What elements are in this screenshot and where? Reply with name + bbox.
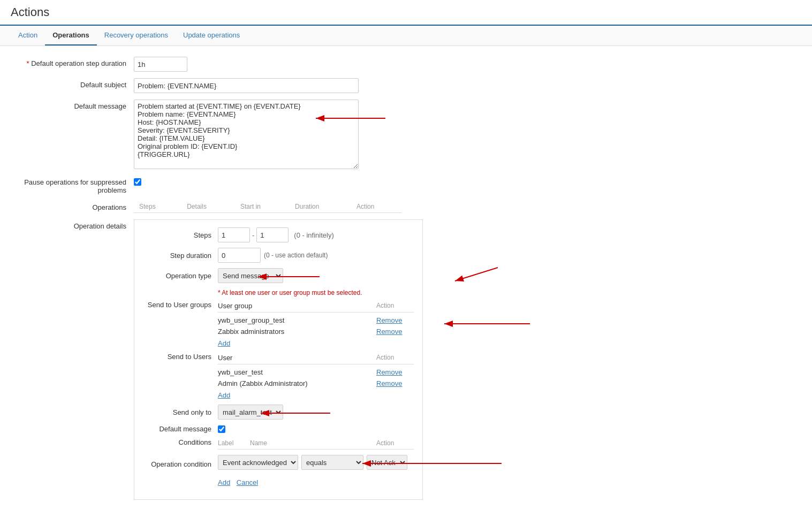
op-type-select[interactable]: Send message Send command [218,268,283,283]
u-name-0: ywb_user_test [218,368,376,376]
default-subject-label: Default subject [16,78,134,89]
send-only-to-label: Send only to [143,408,218,416]
operations-label: Operations [16,201,134,211]
conditions-section: Label Name Action [218,438,414,450]
steps-hint: (0 - infinitely) [294,231,333,239]
user-row-0: ywb_user_test Remove [218,367,414,378]
default-message-label: Default message [16,100,134,110]
op-cond-add-link[interactable]: Add [218,478,230,486]
u-remove-0[interactable]: Remove [376,368,402,376]
u-remove-1[interactable]: Remove [376,379,402,387]
user-row-1: Admin (Zabbix Administrator) Remove [218,378,414,389]
ops-col-details: Details [181,201,235,213]
ug-col-name: User group [218,302,376,310]
op-cond-operator-select[interactable]: equals does not equal [301,455,363,470]
user-group-row-0: ywb_user_group_test Remove [218,315,414,326]
u-name-1: Admin (Zabbix Administrator) [218,379,376,387]
steps-label: Steps [143,231,218,239]
op-cond-value-select[interactable]: Not Ack Ack [367,455,407,470]
ug-name-0: ywb_user_group_test [218,316,376,324]
u-col-name: User [218,354,376,362]
send-user-groups-label: Send to User groups [143,301,218,309]
ug-name-1: Zabbix administrators [218,328,376,336]
tab-update-operations[interactable]: Update operations [176,26,247,45]
operations-table: Steps Details Start in Duration Action [134,201,401,213]
send-only-to-select[interactable]: mail_alarm_test All [218,405,283,420]
steps-from-input[interactable] [218,227,250,242]
ops-col-startin: Start in [235,201,290,213]
tabs-bar: Action Operations Recovery operations Up… [0,26,812,46]
tab-action[interactable]: Action [11,26,45,45]
default-msg-checkbox[interactable] [218,425,225,433]
default-subject-input[interactable] [134,78,359,93]
ops-col-action: Action [351,201,401,213]
send-users-label: Send to Users [143,353,218,361]
ug-add-link[interactable]: Add [218,339,230,347]
ug-remove-0[interactable]: Remove [376,316,402,324]
step-duration-input[interactable] [134,57,187,72]
step-duration-field-label: Step duration [143,252,218,260]
ug-col-action: Action [376,302,414,310]
tab-recovery-operations[interactable]: Recovery operations [97,26,176,45]
ug-remove-1[interactable]: Remove [376,328,402,336]
op-type-label: Operation type [143,272,218,280]
user-groups-section: User group Action ywb_user_group_test Re… [218,301,414,347]
step-duration-label: * Default operation step duration [16,57,134,67]
step-duration-hint: (0 - use action default) [264,252,328,259]
default-message-textarea[interactable]: Problem started at {EVENT.TIME} on {EVEN… [134,100,359,169]
cond-col-name: Name [250,439,376,447]
user-group-row-1: Zabbix administrators Remove [218,326,414,337]
steps-to-input[interactable] [256,227,289,242]
cond-col-action: Action [376,439,414,447]
tab-operations[interactable]: Operations [45,26,97,45]
conditions-label: Conditions [143,438,218,446]
ops-col-steps: Steps [134,201,181,213]
op-cond-cancel-link[interactable]: Cancel [237,478,258,486]
required-msg: * At least one user or user group must b… [218,289,362,296]
op-cond-type-select[interactable]: Event acknowledged [218,455,298,470]
step-duration-field-input[interactable] [218,248,261,263]
op-details-label: Operation details [16,219,134,230]
op-cond-row: Event acknowledged equals does not equal… [218,455,407,470]
ops-col-duration: Duration [290,201,351,213]
users-section: User Action ywb_user_test Remove Admin (… [218,353,414,399]
pause-ops-label: Pause operations for suppressed problems [16,176,134,194]
op-cond-label: Operation condition [143,460,218,468]
default-msg-check-label: Default message [143,425,218,433]
u-add-link[interactable]: Add [218,391,230,399]
op-details-box: Steps - (0 - infinitely) Step duration (… [134,219,423,500]
steps-separator: - [252,231,254,239]
cond-col-label: Label [218,439,250,447]
page-title: Actions [11,5,801,19]
u-col-action: Action [376,354,414,362]
pause-ops-checkbox[interactable] [134,178,141,186]
